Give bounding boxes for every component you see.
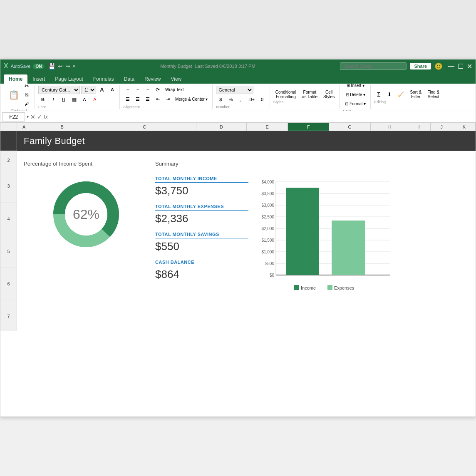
autosave-toggle[interactable]: ON — [33, 64, 44, 69]
sort-filter-button[interactable]: Sort &Filter — [408, 90, 424, 99]
alignment-label: Alignment — [123, 105, 210, 109]
font-group: Century Got... 11 A A B I U ▦ A A Font — [36, 85, 120, 109]
row-num-3[interactable]: 3 — [0, 169, 17, 203]
increase-font-button[interactable]: A — [97, 86, 107, 94]
formula-expand-icon[interactable]: ▾ — [27, 114, 29, 119]
font-size-select[interactable]: 11 — [81, 86, 96, 94]
col-header-c[interactable]: C — [93, 123, 196, 131]
copy-button[interactable]: ⎘ — [22, 91, 31, 99]
find-select-button[interactable]: Find &Select — [425, 90, 441, 99]
merge-center-button[interactable]: Merge & Center ▾ — [173, 95, 210, 104]
comma-button[interactable]: , — [236, 95, 245, 104]
currency-button[interactable]: $ — [216, 95, 225, 104]
clipboard-group: 📋 ✂ ⎘ 🖌 Clipboard — [3, 85, 35, 109]
bold-button[interactable]: B — [38, 95, 47, 104]
format-button[interactable]: ⊡ Format ▾ — [343, 99, 368, 108]
font-family-select[interactable]: Century Got... — [38, 86, 80, 94]
name-box[interactable] — [2, 112, 25, 121]
row2-middle: Summary — [155, 154, 248, 173]
insert-button[interactable]: ⊞ Insert ▾ — [343, 84, 368, 89]
tab-view[interactable]: View — [166, 74, 186, 84]
close-icon[interactable]: ✕ — [467, 62, 472, 70]
decimal-decrease-button[interactable]: .0- — [258, 95, 267, 104]
decimal-increase-button[interactable]: .0+ — [246, 95, 257, 104]
orientation-button[interactable]: ⟳ — [153, 86, 162, 94]
fill-button[interactable]: ⬇ — [385, 90, 394, 99]
delete-button[interactable]: ⊟ Delete ▾ — [343, 90, 368, 99]
autosum-button[interactable]: Σ — [374, 90, 383, 99]
italic-button[interactable]: I — [49, 95, 58, 104]
tab-formulas[interactable]: Formulas — [88, 74, 119, 84]
expenses-label: TOTAL MONTHLY EXPENSES — [155, 204, 248, 211]
col-header-a[interactable]: A — [17, 123, 31, 131]
indent-increase-button[interactable]: ⇥ — [163, 95, 172, 104]
share-button[interactable]: Share — [410, 63, 431, 69]
font-row1: Century Got... 11 A A — [38, 86, 117, 94]
top-chrome-area — [0, 0, 476, 59]
cells-group: ⊞ Insert ▾ ⊟ Delete ▾ ⊡ Format ▾ Cells — [340, 85, 371, 109]
underline-button[interactable]: U — [59, 95, 68, 104]
cell-styles-button[interactable]: CellStyles — [321, 90, 337, 99]
indent-decrease-button[interactable]: ⇤ — [153, 95, 162, 104]
tab-insert[interactable]: Insert — [27, 74, 50, 84]
tab-home[interactable]: Home — [4, 74, 27, 84]
formula-fx-icon[interactable]: fx — [44, 114, 48, 120]
income-label: TOTAL MONTHLY INCOME — [155, 176, 248, 183]
row-num-4[interactable]: 4 — [0, 203, 17, 235]
align-top-left-button[interactable]: ≡ — [123, 86, 132, 94]
align-left-button[interactable]: ☰ — [123, 95, 132, 104]
tab-review[interactable]: Review — [139, 74, 166, 84]
col-header-f[interactable]: F — [288, 123, 329, 131]
align-top-right-button[interactable]: ≡ — [143, 86, 152, 94]
percent-button[interactable]: % — [226, 95, 235, 104]
donut-chart-container: 62% — [24, 177, 149, 252]
col-header-d[interactable]: D — [196, 123, 247, 131]
tab-data[interactable]: Data — [119, 74, 139, 84]
fill-color-button[interactable]: A — [80, 95, 89, 104]
row-num-2[interactable]: 2 — [0, 151, 17, 169]
format-as-table-button[interactable]: Formatas Table — [300, 90, 320, 99]
minimize-icon[interactable]: — — [448, 62, 454, 70]
wrap-text-button[interactable]: Wrap Text — [163, 86, 186, 94]
font-group-label: Font — [38, 105, 117, 109]
decrease-font-button[interactable]: A — [108, 86, 117, 94]
formula-input[interactable] — [50, 113, 474, 121]
border-button[interactable]: ▦ — [69, 95, 79, 104]
row-num-1[interactable]: 1 — [0, 131, 17, 151]
col-header-j[interactable]: J — [431, 123, 453, 131]
tab-page-layout[interactable]: Page Layout — [50, 74, 88, 84]
number-format-select[interactable]: General — [216, 86, 253, 94]
row-num-6[interactable]: 6 — [0, 268, 17, 300]
row-num-5[interactable]: 5 — [0, 235, 17, 268]
income-legend-label: Income — [301, 285, 316, 290]
font-color-button[interactable]: A — [90, 95, 99, 104]
col-header-h[interactable]: H — [371, 123, 408, 131]
right-section: $4,000 $3,500 $3,000 $2,500 $2,000 $1,50… — [248, 154, 469, 302]
maximize-icon[interactable]: ☐ — [458, 62, 464, 70]
align-right-button[interactable]: ☰ — [143, 95, 152, 104]
search-sheet-input[interactable] — [340, 62, 407, 70]
align-center-button[interactable]: ☰ — [133, 95, 142, 104]
cut-button[interactable]: ✂ — [22, 84, 31, 90]
format-painter-button[interactable]: 🖌 — [22, 99, 31, 108]
formula-cancel-icon[interactable]: ✕ — [30, 114, 35, 120]
conditional-formatting-button[interactable]: ConditionalFormatting — [273, 90, 298, 99]
col-header-g[interactable]: G — [329, 123, 370, 131]
bar-chart-svg: $4,000 $3,500 $3,000 $2,500 $2,000 $1,50… — [257, 176, 398, 301]
col-header-i[interactable]: I — [408, 123, 431, 131]
save-icon[interactable]: 💾 — [48, 63, 55, 69]
ribbon-tabs: Home Insert Page Layout Formulas Data Re… — [0, 73, 476, 84]
row-num-7[interactable]: 7 — [0, 300, 17, 331]
col-header-k[interactable]: K — [453, 123, 476, 131]
align-top-center-button[interactable]: ≡ — [133, 86, 142, 94]
clear-button[interactable]: 🧹 — [396, 90, 406, 99]
col-header-b[interactable]: B — [31, 123, 93, 131]
title-bar-center: Monthly Budget Last Saved 8/6/2018 3:17 … — [75, 63, 340, 69]
align-row2: ☰ ☰ ☰ ⇤ ⇥ Merge & Center ▾ — [123, 95, 210, 104]
col-header-e[interactable]: E — [247, 123, 288, 131]
redo-icon[interactable]: ↪ — [65, 63, 70, 69]
undo-icon[interactable]: ↩ — [58, 63, 63, 69]
alignment-group: ≡ ≡ ≡ ⟳ Wrap Text ☰ ☰ ☰ ⇤ ⇥ Merge & Cent… — [121, 85, 213, 109]
formula-confirm-icon[interactable]: ✓ — [37, 114, 42, 120]
paste-button[interactable]: 📋 — [6, 87, 21, 102]
